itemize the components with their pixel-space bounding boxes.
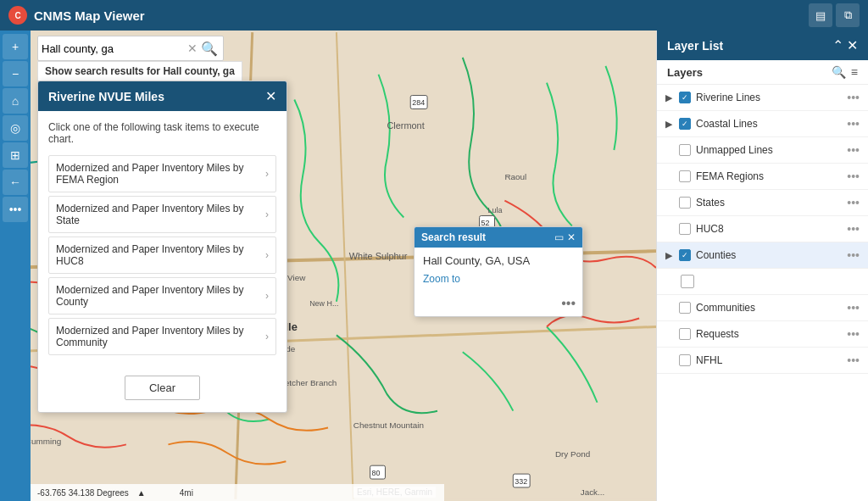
chevron-icon: ›	[265, 331, 269, 342]
back-button[interactable]: ←	[3, 170, 28, 195]
layer-list-header-actions: ⌃ ✕	[832, 37, 858, 53]
layer-list-collapse-button[interactable]: ⌃	[832, 37, 843, 53]
layer-checkbox-requests[interactable]	[679, 328, 691, 340]
svg-text:Lula: Lula	[488, 206, 503, 214]
riverine-item-state[interactable]: Modernized and Paper Inventory Miles by …	[48, 196, 276, 233]
app-logo: C	[8, 6, 27, 25]
layer-checkbox-communities[interactable]	[679, 302, 691, 314]
layer-expand-icon[interactable]: ▶	[665, 119, 679, 130]
layer-item-communities[interactable]: Communities •••	[657, 295, 868, 321]
layers-search-button[interactable]: 🔍	[832, 65, 846, 79]
layer-checkbox-counties-sub[interactable]	[681, 275, 694, 288]
layer-list-title: Layer List	[667, 39, 723, 53]
chevron-icon: ›	[265, 249, 269, 261]
layer-item-unmapped-lines[interactable]: Unmapped Lines •••	[657, 137, 868, 164]
layer-item-counties[interactable]: ▶ Counties •••	[657, 242, 868, 269]
layer-more-fema-regions[interactable]: •••	[845, 170, 861, 183]
riverine-footer: Clear	[38, 369, 287, 412]
svg-text:White Sulphur: White Sulphur	[349, 251, 408, 261]
layer-more-communities[interactable]: •••	[845, 301, 861, 315]
clear-button[interactable]: Clear	[125, 376, 200, 400]
layer-more-nfhl[interactable]: •••	[845, 353, 861, 367]
layer-name-communities: Communities	[696, 302, 845, 314]
search-clear-button[interactable]: ✕	[186, 42, 199, 55]
chevron-icon: ›	[265, 290, 269, 302]
layer-name-huc8: HUC8	[696, 223, 845, 235]
app-title: CNMS Map Viewer	[34, 8, 145, 23]
search-hint[interactable]: Show search results for Hall county, ga	[37, 61, 242, 81]
layer-item-counties-sub[interactable]	[657, 269, 868, 295]
riverine-panel-header: Riverine NVUE Miles ✕	[38, 81, 287, 111]
riverine-panel-title: Riverine NVUE Miles	[48, 90, 164, 103]
popup-body: Hall County, GA, USA Zoom to	[415, 248, 582, 292]
layers-subheader-actions: 🔍 ≡	[832, 65, 858, 79]
popup-minimize-button[interactable]: ▭	[554, 231, 564, 243]
svg-text:80: 80	[372, 469, 381, 477]
layer-item-huc8[interactable]: HUC8 •••	[657, 216, 868, 242]
layer-checkbox-unmapped-lines[interactable]	[679, 144, 691, 156]
search-input-wrapper: ✕ 🔍	[37, 36, 224, 61]
layer-more-huc8[interactable]: •••	[845, 222, 861, 236]
more-tools-button[interactable]: •••	[3, 197, 28, 222]
layer-checkbox-nfhl[interactable]	[679, 354, 691, 366]
layer-expand-icon[interactable]: ▶	[665, 250, 679, 261]
layer-list-header: Layer List ⌃ ✕	[657, 31, 868, 60]
layer-name-coastal-lines: Coastal Lines	[696, 118, 845, 130]
layer-checkbox-counties[interactable]	[679, 249, 691, 261]
layer-checkbox-states[interactable]	[679, 197, 691, 209]
layer-name-states: States	[696, 197, 845, 209]
layer-name-riverine-lines: Riverine Lines	[696, 92, 845, 103]
riverine-description: Click one of the following task items to…	[48, 121, 276, 145]
layer-list-close-button[interactable]: ✕	[847, 37, 858, 53]
layer-item-requests[interactable]: Requests •••	[657, 321, 868, 348]
layer-item-states[interactable]: States •••	[657, 190, 868, 216]
riverine-item-county[interactable]: Modernized and Paper Inventory Miles by …	[48, 277, 276, 315]
layer-item-fema-regions[interactable]: FEMA Regions •••	[657, 164, 868, 190]
zoom-out-button[interactable]: −	[3, 61, 28, 86]
layer-more-requests[interactable]: •••	[845, 327, 861, 341]
header-layers-button[interactable]: ⧉	[836, 3, 860, 27]
popup-close-button[interactable]: ✕	[567, 231, 576, 243]
popup-header-actions: ▭ ✕	[554, 231, 576, 243]
layer-checkbox-coastal-lines[interactable]	[679, 118, 691, 130]
layer-more-states[interactable]: •••	[845, 196, 861, 209]
popup-zoom-link[interactable]: Zoom to	[423, 273, 460, 285]
locate-button[interactable]: ◎	[3, 115, 28, 141]
layer-checkbox-huc8[interactable]	[679, 223, 691, 235]
riverine-item-huc8[interactable]: Modernized and Paper Inventory Miles by …	[48, 237, 276, 274]
riverine-item-fema[interactable]: Modernized and Paper Inventory Miles by …	[48, 155, 276, 192]
coordinates-bar: -63.765 34.138 Degrees ▲ 4mi	[31, 484, 444, 501]
svg-text:Cumming: Cumming	[25, 437, 61, 446]
layer-item-coastal-lines[interactable]: ▶ Coastal Lines •••	[657, 111, 868, 137]
popup-header: Search result ▭ ✕	[415, 227, 582, 248]
layer-more-coastal-lines[interactable]: •••	[845, 117, 861, 131]
svg-text:New H...: New H...	[309, 299, 338, 308]
riverine-close-button[interactable]: ✕	[265, 88, 276, 104]
layer-items: ▶ Riverine Lines ••• ▶ Coastal Lines •••…	[657, 85, 868, 501]
riverine-item-community[interactable]: Modernized and Paper Inventory Miles by …	[48, 318, 276, 355]
search-bar: ✕ 🔍 Show search results for Hall county,…	[37, 36, 242, 81]
riverine-panel: Riverine NVUE Miles ✕ Click one of the f…	[37, 81, 287, 413]
popup-location: Hall County, GA, USA	[423, 254, 574, 267]
layer-more-riverine-lines[interactable]: •••	[845, 91, 861, 104]
header-menu-button[interactable]: ▤	[809, 3, 832, 27]
svg-text:332: 332	[515, 477, 527, 486]
layer-more-counties[interactable]: •••	[845, 248, 861, 262]
layer-checkbox-fema-regions[interactable]	[679, 170, 691, 182]
layer-item-nfhl[interactable]: NFHL •••	[657, 348, 868, 374]
layer-item-riverine-lines[interactable]: ▶ Riverine Lines •••	[657, 85, 868, 111]
layer-checkbox-riverine-lines[interactable]	[679, 92, 691, 103]
home-button[interactable]: ⌂	[3, 88, 28, 114]
popup-more-button[interactable]: •••	[561, 296, 576, 311]
zoom-in-button[interactable]: +	[3, 34, 28, 59]
layer-more-unmapped-lines[interactable]: •••	[845, 143, 861, 157]
layer-expand-icon[interactable]: ▶	[665, 92, 679, 103]
header-actions: ▤ ⧉	[809, 3, 860, 27]
layers-subheader: Layers 🔍 ≡	[657, 60, 868, 85]
search-input[interactable]	[42, 42, 186, 55]
chevron-icon: ›	[265, 168, 269, 180]
search-go-button[interactable]: 🔍	[199, 41, 220, 57]
svg-text:Jack...: Jack...	[581, 487, 605, 497]
layers-filter-button[interactable]: ≡	[851, 65, 858, 79]
grid-button[interactable]: ⊞	[3, 142, 28, 168]
